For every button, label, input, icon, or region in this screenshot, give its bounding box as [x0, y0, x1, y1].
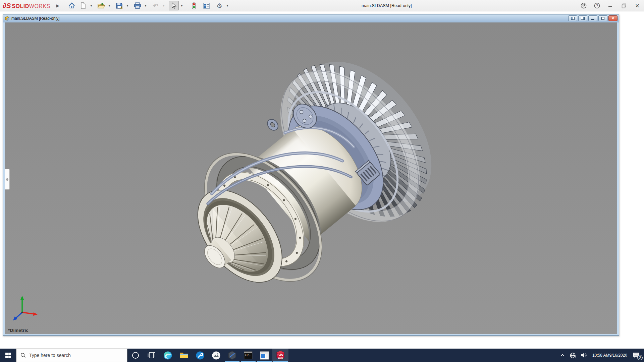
taskbar-clock[interactable]: 10:58 AM 9/16/2020 [590, 349, 630, 362]
graphics-viewport[interactable]: *Dimetric [5, 22, 617, 334]
photos-icon [212, 351, 221, 360]
command-prompt-icon: C:\_ [244, 351, 253, 360]
hexagon-app-icon [228, 351, 236, 360]
help-icon: ? [594, 3, 600, 9]
split-pane-left-button[interactable] [568, 15, 577, 21]
panel-tab-dot-icon [6, 178, 8, 181]
split-pane-right-button[interactable] [578, 15, 587, 21]
action-center-button[interactable]: 2 [630, 349, 644, 362]
options-gear-icon: ⚙ [216, 2, 222, 10]
search-placeholder: Type here to search [29, 353, 71, 358]
windows-start-icon [5, 353, 11, 358]
model-jet-engine[interactable] [5, 22, 617, 334]
save-icon [116, 2, 123, 9]
restore-icon [622, 3, 627, 8]
doc-minimize-icon [591, 19, 594, 20]
account-icon [581, 3, 587, 9]
doc-restore-button[interactable] [598, 15, 607, 21]
start-button[interactable] [0, 349, 16, 362]
save-dropdown[interactable]: ▼ [126, 1, 129, 10]
document-window: main.SLDASM [Read-only] ✕ [3, 14, 619, 336]
select-tool-dropdown[interactable]: ▼ [180, 1, 183, 10]
evaluate-button[interactable] [202, 1, 212, 10]
collapsed-panel-tab[interactable] [5, 169, 10, 190]
minimize-icon [608, 3, 613, 8]
home-icon [68, 2, 75, 9]
taskbar-search-input[interactable]: Type here to search [16, 349, 127, 362]
new-document-button[interactable] [78, 1, 88, 10]
taskbar-item-command-prompt[interactable]: C:\_ [240, 349, 256, 362]
interference-check-button[interactable] [189, 1, 199, 10]
network-status-button[interactable] [567, 349, 578, 362]
clock-time: 10:58 AM [592, 353, 609, 358]
close-button[interactable]: ✕ [634, 2, 641, 9]
doc-minimize-button[interactable] [588, 15, 597, 21]
app-title: main.SLDASM [Read-only] [362, 0, 412, 11]
taskbar-item-solidworks[interactable]: SW 2020 [272, 349, 288, 362]
print-dropdown[interactable]: ▼ [144, 1, 147, 10]
split-pane-left-icon [571, 17, 575, 20]
volume-button[interactable] [578, 349, 590, 362]
solidworks-taskbar-icon: SW 2020 [275, 350, 285, 360]
split-pane-right-icon [581, 17, 585, 20]
options-dropdown[interactable]: ▼ [226, 1, 229, 10]
edge-icon [163, 351, 172, 360]
clock-date: 9/16/2020 [609, 353, 627, 358]
orientation-triad[interactable] [10, 294, 39, 322]
task-view-icon [148, 351, 156, 359]
volume-icon [581, 352, 587, 358]
taskbar-item-settings-tool[interactable] [192, 349, 208, 362]
evaluate-list-icon [203, 3, 210, 9]
help-button[interactable]: ? [594, 2, 600, 9]
assembly-icon [5, 16, 10, 21]
app-client-area: main.SLDASM [Read-only] ✕ [0, 12, 644, 349]
svg-text:C:\_: C:\_ [245, 354, 251, 356]
doc-close-icon: ✕ [611, 16, 614, 20]
cortana-icon [131, 351, 140, 359]
network-globe-icon [570, 352, 576, 359]
restore-button[interactable] [621, 2, 627, 9]
show-hidden-icons-button[interactable] [558, 349, 567, 362]
solidworks-logo-glyph: ∂S [3, 2, 11, 10]
undo-dropdown[interactable]: ▼ [162, 1, 165, 10]
minimize-button[interactable] [607, 2, 614, 9]
taskbar: Type here to search [0, 349, 644, 362]
taskbar-item-photos[interactable] [208, 349, 224, 362]
taskbar-item-media-app[interactable] [256, 349, 272, 362]
view-orientation-label: *Dimetric [8, 328, 29, 333]
stoplight-icon [192, 2, 196, 9]
taskbar-item-edge[interactable] [160, 349, 176, 362]
svg-text:?: ? [596, 4, 598, 8]
save-button[interactable] [114, 1, 124, 10]
undo-icon: ↶ [153, 2, 158, 10]
notification-badge: 2 [637, 355, 643, 360]
taskbar-item-hexagon-app[interactable] [224, 349, 240, 362]
search-icon [20, 353, 26, 358]
options-button[interactable]: ⚙ [214, 1, 224, 10]
media-app-icon [260, 351, 269, 360]
engine-lug [265, 117, 280, 132]
doc-restore-icon [601, 17, 604, 20]
account-button[interactable] [580, 2, 587, 9]
print-icon [134, 2, 141, 9]
document-title: main.SLDASM [Read-only] [11, 16, 59, 21]
print-button[interactable] [132, 1, 143, 10]
document-titlebar[interactable]: main.SLDASM [Read-only] ✕ [3, 14, 619, 22]
menu-flyout-chevron-icon[interactable]: ▶ [56, 3, 59, 8]
wrench-circle-icon [196, 351, 205, 360]
open-dropdown[interactable]: ▼ [108, 1, 111, 10]
taskbar-item-file-explorer[interactable] [176, 349, 192, 362]
taskbar-item-task-view[interactable] [144, 349, 160, 362]
home-button[interactable] [67, 1, 77, 10]
taskbar-item-cortana[interactable] [127, 349, 144, 362]
chevron-up-icon [560, 354, 565, 357]
undo-button[interactable]: ↶ [151, 1, 161, 10]
select-tool-button[interactable] [169, 1, 179, 10]
select-cursor-icon [171, 2, 177, 9]
open-folder-icon [98, 2, 105, 9]
file-explorer-icon [179, 351, 189, 359]
engine-assembly [153, 33, 461, 330]
new-document-dropdown[interactable]: ▼ [90, 1, 93, 10]
open-button[interactable] [96, 1, 106, 10]
doc-close-button[interactable]: ✕ [608, 15, 618, 21]
